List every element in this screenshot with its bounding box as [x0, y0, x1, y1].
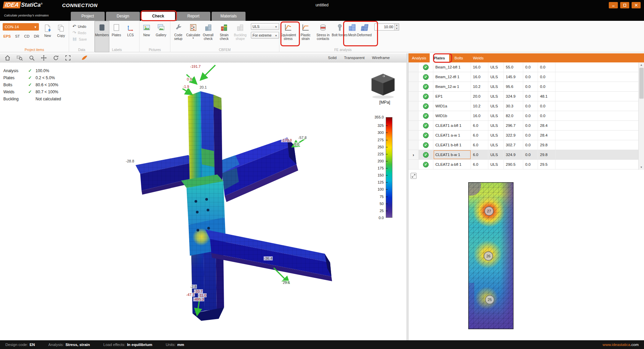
view-mode-transparent[interactable]: Transparent — [344, 56, 365, 60]
plate-detail-view[interactable]: 27 26 25 — [468, 182, 514, 329]
item-name-cell: CLEAT1 a-w 1 — [433, 131, 471, 140]
tab-materials[interactable]: Materials — [212, 12, 246, 21]
zoom-fit-icon[interactable] — [64, 54, 72, 61]
results-tab-welds[interactable]: Welds — [469, 53, 488, 62]
logo-statica: StatiCa — [21, 2, 41, 8]
table-row[interactable]: ✓ CLEAT1 a-w 1 6.0 ULS 322.9 0.0 28.4 — [409, 131, 638, 140]
item-name-cell: WID1b — [433, 111, 471, 120]
mesh-toggle-button[interactable]: Mesh — [347, 21, 357, 52]
table-row[interactable]: ✓ WID1a 10.2 ULS 30.3 0.0 0.0 — [409, 101, 638, 111]
strain-cell: 0.0 — [523, 140, 538, 150]
strain-building-icon — [219, 23, 229, 32]
overall-check-button[interactable]: Overall check — [200, 21, 216, 52]
load-type-select[interactable]: ULS▼ — [251, 23, 279, 30]
results-tab-plates[interactable]: Plates — [430, 53, 449, 62]
statusbar-item-value: Stress, strain — [65, 343, 90, 347]
results-tab-analysis[interactable]: Analysis — [409, 53, 430, 62]
stress-cell: 145.9 — [504, 72, 523, 82]
chevron-down-icon: ▼ — [275, 33, 277, 39]
paint-results-icon[interactable] — [80, 54, 89, 61]
table-row[interactable]: ✓ Beam_12-w 1 10.2 ULS 95.6 0.0 0.0 — [409, 82, 638, 92]
empty-cell — [555, 111, 638, 120]
tab-check[interactable]: Check — [141, 12, 175, 21]
table-row[interactable]: ✓ Beam_12-bfl 1 16.0 ULS 55.0 0.0 0.0 — [409, 62, 638, 72]
model-viewport[interactable]: Solid Transparent Wireframe — [0, 53, 407, 340]
view-mode-wireframe[interactable]: Wireframe — [372, 56, 390, 60]
mode-cd[interactable]: CD — [24, 34, 30, 38]
thickness-cell: 16.0 — [471, 62, 488, 72]
bolt-forces-button[interactable]: Bolt forces — [332, 21, 347, 52]
mode-eps[interactable]: EPS — [3, 34, 11, 38]
members-labels-button[interactable]: Members — [95, 21, 109, 52]
website-link[interactable]: www.ideastatica.com — [603, 343, 639, 347]
equivalent-stress-button[interactable]: Equivalent stress — [279, 21, 297, 52]
legend-color-bar — [386, 117, 392, 218]
calculate-button[interactable]: Calculate ▼ — [186, 21, 200, 52]
pass-status-icon: ✓ — [423, 162, 429, 167]
home-view-icon[interactable] — [3, 54, 11, 61]
deformed-toggle-button[interactable]: Deformed — [357, 21, 372, 52]
loads-cell: ULS — [488, 150, 504, 159]
table-row[interactable]: ✓ WID1b 16.0 ULS 82.0 0.0 0.0 — [409, 111, 638, 121]
gallery-button[interactable]: Gallery — [154, 21, 168, 52]
strain-check-button[interactable]: Strain check — [216, 21, 232, 52]
stress-in-contacts-button[interactable]: Stress in contacts — [314, 21, 332, 52]
table-row[interactable]: ✓ CLEAT1 a-bfl 1 6.0 ULS 296.7 0.0 28.4 — [409, 121, 638, 131]
deformed-icon — [360, 23, 369, 32]
spinner-up-icon[interactable]: ▲ — [394, 24, 399, 27]
window-minimize-button[interactable] — [609, 2, 618, 8]
table-scrollbar[interactable]: ▲ ▼ — [638, 62, 644, 170]
logo-idea: IDEA — [3, 2, 21, 8]
plates-table: ✓ Beam_12-bfl 1 16.0 ULS 55.0 0.0 0.0 ✓ … — [409, 62, 638, 169]
legend-tick-label: 275 — [378, 138, 384, 142]
save-button[interactable]: Save — [72, 36, 94, 42]
legend-tick-mark — [386, 168, 388, 168]
check-value-cell: 29.8 — [538, 140, 555, 150]
fea-3d-canvas[interactable]: -191.70.0-1.920.1-28.8-170.8-57.80.0-36.… — [0, 62, 407, 340]
node-number: 25 — [488, 298, 492, 302]
results-tab-bolts[interactable]: Bolts — [449, 53, 469, 62]
loads-cell: ULS — [488, 121, 504, 130]
plastic-strain-button[interactable]: Plastic strain — [297, 21, 314, 52]
check-value-cell: 29.8 — [538, 150, 555, 159]
window-maximize-button[interactable] — [620, 2, 629, 8]
tab-project[interactable]: Project — [71, 12, 105, 21]
extreme-select[interactable]: For extreme▼ — [251, 32, 279, 39]
tab-design[interactable]: Design — [106, 12, 140, 21]
loads-cell: ULS — [488, 131, 504, 140]
table-row[interactable]: ✓ EP1 20.0 ULS 324.9 0.0 48.1 — [409, 92, 638, 101]
zoom-window-icon[interactable] — [15, 54, 23, 61]
item-name-cell: CLEAT2 a-bfl 1 — [433, 160, 471, 169]
spinner-down-icon[interactable]: ▼ — [394, 27, 399, 31]
mode-st[interactable]: ST — [15, 34, 20, 38]
mode-dr[interactable]: DR — [34, 34, 39, 38]
view-cube[interactable] — [369, 70, 401, 99]
scrollbar-thumb[interactable] — [639, 68, 644, 99]
scroll-up-icon[interactable]: ▲ — [639, 62, 644, 67]
lcs-labels-button[interactable]: LCS — [123, 21, 138, 52]
scroll-down-icon[interactable]: ▼ — [639, 165, 644, 170]
window-close-button[interactable] — [632, 2, 641, 8]
undo-button[interactable]: ↶Undo — [72, 23, 94, 30]
stress-cell: 324.9 — [504, 92, 523, 101]
plates-labels-button[interactable]: Plates — [109, 21, 123, 52]
pan-icon[interactable] — [40, 54, 48, 61]
buckling-shape-button[interactable]: Buckling shape — [232, 21, 248, 52]
new-picture-button[interactable]: New — [140, 21, 154, 52]
code-setup-button[interactable]: Code setup — [170, 21, 186, 52]
deformed-scale-spinner[interactable]: 10.00 ▲▼ — [374, 23, 399, 31]
table-row[interactable]: ✓ CLEAT2 a-bfl 1 6.0 ULS 290.5 0.0 29.5 — [409, 160, 638, 169]
table-row[interactable]: ✓ CLEAT1 b-bfl 1 6.0 ULS 302.7 0.0 29.8 — [409, 140, 638, 150]
redo-button[interactable]: ↷Redo — [72, 30, 94, 36]
tab-report[interactable]: Report — [176, 12, 210, 21]
zoom-icon[interactable] — [28, 54, 36, 61]
table-row[interactable]: ✓ Beam_12-tfl 1 16.0 ULS 145.9 0.0 0.0 — [409, 72, 638, 82]
detail-expand-button[interactable] — [411, 173, 417, 179]
table-row[interactable]: › ✓ CLEAT1 b-w 1 6.0 ULS 324.9 0.0 29.8 — [409, 150, 638, 160]
rotate-icon[interactable] — [52, 54, 60, 61]
copy-item-button[interactable]: Copy — [54, 21, 68, 38]
connection-item-selector[interactable]: CON-14▼ — [3, 23, 39, 31]
view-mode-solid[interactable]: Solid — [328, 56, 337, 60]
new-item-button[interactable]: New — [41, 21, 54, 38]
legend-tick-label: 250 — [378, 145, 384, 149]
